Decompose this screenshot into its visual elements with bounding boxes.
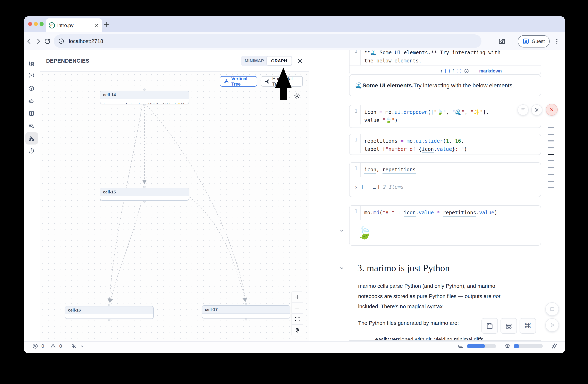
tab-graph[interactable]: GRAPH (267, 57, 292, 65)
stop-button[interactable] (546, 302, 559, 316)
tab-minimap[interactable]: MINIMAP (242, 57, 267, 65)
help-icon[interactable] (28, 148, 34, 154)
reload-icon[interactable] (44, 38, 51, 45)
code-token: , (449, 138, 455, 144)
minimap-dash[interactable] (548, 181, 554, 182)
fit-view-button[interactable] (292, 314, 303, 325)
code-cell-dropdown[interactable]: 1 icon = mo.ui.dropdown(["🍃", "🌊", "✨"],… (349, 105, 541, 128)
code-token: . (416, 210, 419, 215)
minimap-dash[interactable] (548, 160, 554, 161)
snippets-icon[interactable] (28, 110, 34, 116)
notebook-menu-button[interactable] (518, 104, 529, 115)
save-button[interactable] (482, 318, 498, 334)
minimap-dash[interactable] (548, 154, 554, 155)
code-editor[interactable]: **🌊 Some UI elements.** Try interacting … (361, 50, 501, 65)
section-title: 3. marimo is just Python (357, 263, 450, 273)
code-token: repetitions (364, 138, 398, 144)
autorun-off-icon[interactable] (71, 343, 77, 349)
graph-settings-icon[interactable] (293, 92, 301, 99)
minimap-dash[interactable] (548, 127, 554, 128)
code-editor[interactable]: icon, repetitions (361, 163, 416, 177)
toggle-r-label: r (441, 68, 442, 74)
node-title: cell-17 (202, 306, 290, 314)
profile-button[interactable]: Guest (518, 35, 550, 47)
layout-button[interactable] (501, 318, 517, 334)
new-tab-icon[interactable] (103, 21, 110, 28)
browser-menu-icon[interactable] (554, 38, 560, 45)
minimap-dash[interactable] (548, 167, 554, 168)
mac-zoom-button[interactable] (40, 22, 44, 26)
back-icon[interactable] (26, 38, 33, 45)
dependency-graph-icon[interactable] (28, 135, 34, 141)
packages-icon[interactable] (28, 85, 34, 92)
code-token: = (376, 109, 385, 115)
zoom-out-button[interactable] (292, 303, 303, 314)
code-editor[interactable]: repetitions = mo.ui.slider(1, 16,label=f… (361, 134, 467, 153)
url-bar[interactable]: localhost:2718 (54, 34, 482, 48)
browser-tab[interactable]: m intro.py (46, 19, 102, 32)
zoom-in-button[interactable] (292, 291, 303, 303)
file-explorer-icon[interactable] (28, 61, 34, 67)
minimap-dash[interactable] (548, 187, 554, 188)
expand-chevron[interactable]: › (355, 184, 358, 190)
dependencies-header: DEPENDENCIES MINIMAP GRAPH (40, 50, 309, 72)
shortcuts-button[interactable]: ⌘ (520, 318, 536, 334)
collapse-chevron-icon[interactable] (339, 228, 344, 233)
run-button[interactable] (546, 318, 559, 332)
graph-node-cell-17[interactable]: cell-17 mo.md("# " + icon.value * repeti… (202, 306, 290, 319)
ai-assistant-icon[interactable] (28, 98, 34, 104)
mac-close-button[interactable] (28, 22, 32, 26)
code-cell-momd[interactable]: 1 mo.md("# " + icon.value * repetitions.… (349, 205, 541, 246)
close-icon (549, 107, 554, 112)
errors-icon[interactable] (32, 343, 38, 349)
code-token: 16 (164, 200, 168, 201)
panel-close-icon[interactable] (297, 58, 303, 64)
gear-icon (534, 107, 539, 113)
toggle-r-checkbox[interactable] (445, 69, 450, 73)
tab-search-icon[interactable] (499, 38, 505, 45)
site-info-icon[interactable] (58, 38, 64, 44)
code-cell-slider[interactable]: 1 repetitions = mo.ui.slider(1, 16,label… (349, 134, 541, 155)
panel-title: DEPENDENCIES (46, 50, 89, 72)
chevron-down-icon[interactable] (80, 344, 84, 348)
graph-edges (40, 72, 309, 341)
minimap-dash[interactable] (548, 134, 554, 135)
node-title: cell-15 (100, 188, 189, 196)
minimap-dash[interactable] (548, 140, 554, 141)
shutdown-button[interactable] (546, 104, 558, 116)
code-cell-tuple[interactable]: 1 icon, repetitions › [ … ] 2 Items (349, 162, 541, 197)
code-editor[interactable]: icon = mo.ui.dropdown(["🍃", "🌊", "✨"],va… (361, 105, 489, 124)
line-number: 1 (350, 206, 361, 220)
language-label[interactable]: markdown (479, 68, 502, 74)
graph-node-cell-14[interactable]: cell-14 icon = mo.ui.dropdown(["🍃", "🌊",… (100, 91, 189, 104)
code-token: "🌊" (452, 109, 464, 115)
warnings-icon[interactable] (50, 343, 56, 349)
search-logs-icon[interactable] (28, 123, 34, 129)
guest-avatar-icon (523, 38, 529, 45)
section-collapse-icon[interactable] (339, 266, 344, 271)
minimap-dash[interactable] (548, 174, 554, 175)
vertical-tree-icon (224, 79, 229, 84)
variables-icon[interactable] (28, 72, 34, 78)
code-token: label (364, 146, 379, 152)
ai-sparkle-icon[interactable] (551, 343, 558, 349)
locate-button[interactable] (292, 325, 303, 336)
horizontal-tree-button[interactable]: Horizontal Tree (261, 76, 303, 87)
vertical-tree-button[interactable]: Vertical Tree (220, 76, 257, 87)
graph-node-cell-15[interactable]: cell-15 repetitions = mo.ui.slider(1, 16… (100, 188, 189, 201)
cell-info-icon[interactable] (464, 69, 469, 74)
minimap-dash[interactable] (548, 147, 554, 148)
toggle-f-checkbox[interactable] (457, 69, 461, 73)
markdown-source-cell[interactable]: 1 **🌊 Some UI elements.** Try interactin… (349, 50, 541, 75)
forward-icon[interactable] (35, 38, 42, 45)
mac-minimize-button[interactable] (34, 22, 38, 26)
code-token: } (452, 146, 455, 152)
sidebar-rail (24, 50, 40, 341)
tab-close-icon[interactable] (94, 23, 99, 28)
code-token: mo (364, 210, 370, 215)
graph-node-cell-16[interactable]: cell-16 icon, repetitions (65, 306, 154, 319)
code-editor[interactable]: mo.md("# " + icon.value * repetitions.va… (361, 206, 497, 220)
graph-canvas[interactable]: Vertical Tree Horizontal Tree cell-14 ic… (40, 72, 309, 341)
notebook-settings-button[interactable] (531, 104, 542, 115)
code-token: + (395, 210, 404, 215)
